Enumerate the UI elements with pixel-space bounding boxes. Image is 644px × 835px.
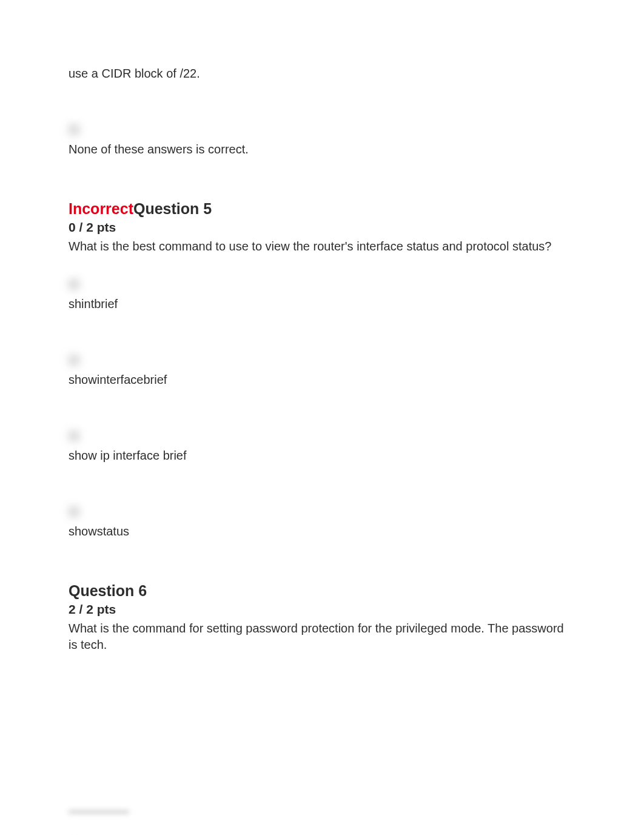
question-points: 2 / 2 pts [69,602,575,617]
question-points: 0 / 2 pts [69,220,575,235]
answer-option: show ip interface brief [69,431,575,464]
question-number: Question 5 [133,200,212,217]
question-title: Question 6 [69,582,575,600]
answer-text: use a CIDR block of /22. [69,65,575,82]
question-6-header: Question 6 2 / 2 pts [69,582,575,617]
radio-placeholder-icon [69,124,79,135]
answer-text: showstatus [69,523,575,540]
question-6-prompt: What is the command for setting password… [69,620,575,653]
status-label-incorrect: Incorrect [69,200,133,217]
blurred-content-gap [69,677,575,768]
prev-answer-option: None of these answers is correct. [69,124,575,158]
answer-text: None of these answers is correct. [69,141,575,158]
question-title: IncorrectQuestion 5 [69,200,575,218]
radio-placeholder-icon [69,355,79,366]
radio-placeholder-icon [69,431,79,441]
blurred-line-icon [69,811,129,813]
radio-placeholder-icon [69,279,79,290]
question-5-prompt: What is the best command to use to view … [69,238,575,255]
answer-text: showinterfacebrief [69,372,575,388]
answer-text: show ip interface brief [69,448,575,464]
radio-placeholder-icon [69,506,79,517]
answer-option: shintbrief [69,279,575,312]
answer-option: showstatus [69,506,575,540]
question-5-header: IncorrectQuestion 5 0 / 2 pts [69,200,575,235]
question-5-answers: shintbrief showinterfacebrief show ip in… [69,279,575,540]
prev-answer-option: use a CIDR block of /22. [69,0,575,82]
answer-option: showinterfacebrief [69,355,575,388]
question-number: Question 6 [69,582,147,599]
answer-text: shintbrief [69,296,575,312]
